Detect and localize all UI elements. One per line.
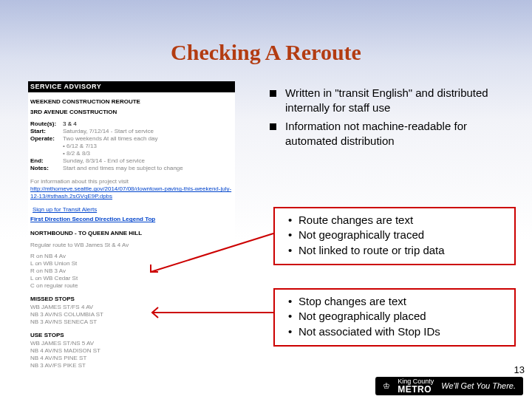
- use-header: USE STOPS: [28, 330, 235, 340]
- bullet-square-icon: [270, 123, 276, 130]
- notes-val: Start and end times may be subject to ch…: [63, 165, 233, 172]
- callout-arrow-1: [148, 231, 275, 275]
- brand-badge: ♔ King CountyMETRO We'll Get You There.: [375, 377, 523, 395]
- use-3: NB 3 AV/FS PIKE ST: [28, 362, 235, 369]
- use-0: WB JAMES ST/NS 5 AV: [28, 340, 235, 347]
- end-label: End:: [30, 157, 63, 165]
- callout1-item-2: Not linked to route or trip data: [299, 243, 507, 258]
- use-1: NB 4 AV/NS MADISON ST: [28, 347, 235, 355]
- callout2-item-2: Not associated with Stop IDs: [299, 324, 507, 339]
- callout1-item-0: Route changes are text: [299, 213, 507, 228]
- callout-stop-changes: Stop changes are text Not geographically…: [273, 288, 516, 347]
- bullet-square-icon: [270, 90, 276, 97]
- crown-icon: ♔: [383, 381, 390, 391]
- advisory-sub1: WEEKEND CONSTRUCTION REROUTE: [28, 96, 235, 106]
- info-text: For information about this project visit: [28, 178, 235, 185]
- top-bullet-list: Written in "transit English" and distrib…: [270, 86, 514, 152]
- start-val: Saturday, 7/12/14 - Start of service: [63, 128, 233, 135]
- callout2-item-0: Stop changes are text: [299, 294, 507, 309]
- use-2: NB 4 AV/NS PINE ST: [28, 355, 235, 362]
- operate-a: Two weekends At all times each day: [63, 135, 233, 143]
- top-bullet-0: Written in "transit English" and distrib…: [285, 86, 514, 115]
- start-label: Start:: [30, 128, 63, 135]
- end-val: Sunday, 8/3/14 - End of service: [63, 157, 233, 165]
- signup-link: Sign up for Transit Alerts: [30, 206, 97, 214]
- page-number: 13: [514, 364, 525, 375]
- routes-val: 3 & 4: [63, 120, 233, 128]
- operate-b: • 6/12 & 7/13: [63, 143, 233, 150]
- slide-title: Checking A Reroute: [0, 40, 532, 65]
- callout1-item-1: Not geographically traced: [299, 228, 507, 242]
- footer: ♔ King CountyMETRO We'll Get You There.: [0, 377, 532, 395]
- routes-label: Route(s):: [30, 120, 63, 128]
- slogan: We'll Get You There.: [441, 381, 516, 390]
- king-county-label: King CountyMETRO: [398, 378, 434, 394]
- operate-label: Operate:: [30, 135, 63, 143]
- operate-c: • 8/2 & 8/3: [63, 150, 233, 157]
- callout-arrow-2: [148, 301, 275, 324]
- advisory-header: SERVICE ADVISORY: [28, 81, 235, 92]
- top-bullet-1: Information not machine-readable for aut…: [285, 119, 514, 148]
- callout-route-changes: Route changes are text Not geographicall…: [273, 207, 516, 265]
- turn-4: C on regular route: [28, 282, 235, 290]
- nav-row: First Direction Second Direction Legend …: [28, 214, 235, 224]
- turn-3: L on WB Cedar St: [28, 275, 235, 282]
- callout2-item-1: Not geographically placed: [299, 309, 507, 324]
- notes-label: Notes:: [30, 165, 63, 172]
- project-link: http://mthomeve.seattle.gov/2014/07/08/d…: [30, 185, 231, 200]
- svg-line-0: [151, 233, 273, 272]
- advisory-sub2: 3RD AVENUE CONSTRUCTION: [28, 106, 235, 117]
